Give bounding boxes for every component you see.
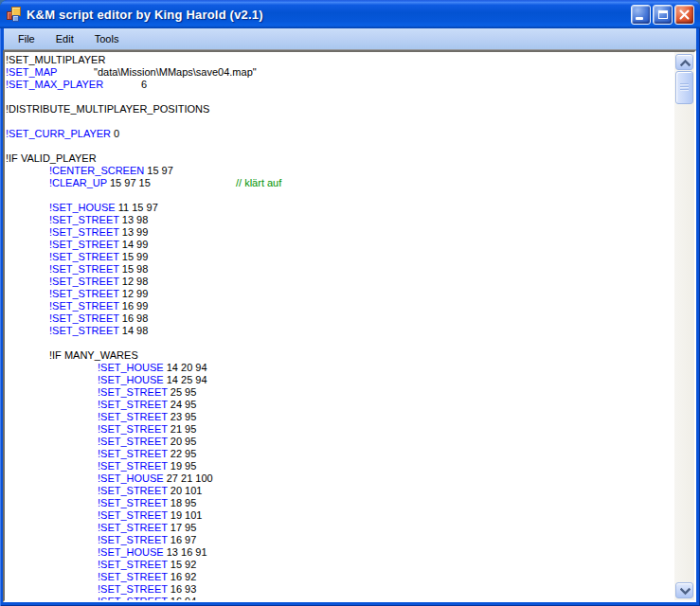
code-line: !SET_STREET 12 98 [5,276,674,288]
code-segment: 19 95 [168,460,197,472]
code-line [5,337,674,349]
code-line: !SET_STREET 18 95 [5,497,674,509]
code-segment: 27 21 100 [164,472,213,484]
code-line: !SET_STREET 16 93 [5,583,674,596]
code-segment: !SET_HOUSE [49,202,116,213]
code-segment: !SET_STREET [49,214,119,225]
code-segment: 16 98 [119,312,149,324]
code-segment: 15 97 15 [107,177,151,188]
code-line: !SET_STREET 13 98 [5,214,674,226]
code-line: !SET_STREET 19 95 [5,460,674,472]
title-bar[interactable]: K&M script editor by King Harold (v2.1) [0,0,700,28]
code-segment: 14 20 94 [164,362,207,373]
code-line: !SET_STREET 15 98 [5,263,674,276]
code-segment: 24 95 [168,399,197,410]
code-segment: !SET_MAX_PLAYER [6,79,103,90]
code-segment: !SET_CURR_PLAYER [6,128,111,139]
code-segment: 15 98 [119,263,149,275]
code-segment: !SET_HOUSE [98,374,164,385]
code-segment: "data\Mission\MMaps\save04.map" [94,66,257,79]
code-segment: 13 16 91 [164,546,207,558]
code-segment: 17 95 [168,522,197,533]
code-line: !SET_STREET 13 99 [5,226,674,239]
code-line: !SET_MULTIPLAYER [5,54,674,66]
close-icon [678,9,691,21]
code-line [5,189,674,202]
menu-edit[interactable]: Edit [45,28,84,49]
close-button[interactable] [674,5,694,25]
code-segment: 18 95 [168,497,197,508]
menu-tools[interactable]: Tools [84,28,130,49]
maximize-button[interactable] [653,5,673,25]
code-line: !SET_STREET 16 99 [5,300,674,312]
code-line [5,91,674,103]
code-segment: 15 92 [168,559,197,570]
code-segment: !SET_HOUSE [98,546,164,558]
code-segment: 20 95 [168,436,197,447]
code-segment: !SET_STREET [49,251,119,262]
code-segment: !SET_STREET [98,460,168,472]
window-controls [631,5,694,25]
code-line: !SET_STREET 21 95 [5,423,674,436]
code-segment: 16 92 [168,571,197,582]
code-segment: 6 [141,79,147,91]
code-line: !SET_STREET 15 92 [5,559,674,571]
code-segment: 13 99 [119,226,149,238]
code-area[interactable]: !SET_MULTIPLAYER!SET_MAP"data\Mission\MM… [5,52,674,600]
scroll-up-button[interactable] [675,54,693,70]
code-segment: !DISTRIBUTE_MULTIPLAYER_POSITIONS [6,103,209,115]
maximize-icon [658,10,668,19]
code-segment: !SET_STREET [98,583,168,595]
code-line: !SET_MAX_PLAYER6 [5,79,674,91]
app-form-icon [7,7,22,22]
app-window: K&M script editor by King Harold (v2.1) … [0,0,700,606]
code-segment: 16 99 [119,300,149,312]
code-segment: !SET_STREET [98,522,168,533]
code-segment: !SET_STREET [98,436,168,447]
code-segment: !SET_STREET [98,485,168,496]
code-line [5,116,674,128]
code-segment: !IF VALID_PLAYER [6,152,97,164]
code-line: !SET_STREET 23 95 [5,411,674,423]
code-segment: !SET_HOUSE [98,472,164,484]
code-segment: 12 99 [119,288,149,299]
code-line [5,140,674,152]
code-line: !DISTRIBUTE_MULTIPLAYER_POSITIONS [5,103,674,116]
code-segment: !SET_STREET [49,226,119,238]
code-line: !SET_STREET 16 98 [5,312,674,325]
code-segment: !IF MANY_WARES [49,349,138,361]
code-segment: 19 101 [168,509,203,521]
code-segment: !SET_STREET [49,300,119,312]
code-line: !SET_HOUSE 27 21 100 [5,472,674,485]
code-line: !SET_CURR_PLAYER 0 [5,128,674,140]
code-segment: !SET_STREET [49,288,119,299]
code-line: !SET_MAP"data\Mission\MMaps\save04.map" [5,66,674,79]
code-segment: !SET_MAP [6,66,57,78]
code-segment: !SET_STREET [98,386,168,398]
code-segment: 15 97 [144,165,173,176]
code-segment: !SET_STREET [49,239,119,250]
code-segment: !SET_STREET [98,423,168,435]
code-line: !CENTER_SCREEN 15 97 [5,165,674,177]
code-line: !IF VALID_PLAYER [5,152,674,165]
code-line: !SET_STREET 15 99 [5,251,674,263]
code-line: !SET_STREET 14 99 [5,239,674,251]
vertical-scrollbar[interactable] [674,52,694,600]
code-line: !SET_STREET 14 98 [5,325,674,337]
code-segment: 14 98 [119,325,149,336]
code-segment: 13 98 [119,214,149,225]
code-line: !SET_HOUSE 11 15 97 [5,202,674,214]
minimize-button[interactable] [631,5,651,25]
chevron-up-icon [680,59,691,67]
code-segment: !SET_STREET [49,325,119,336]
code-segment: !CLEAR_UP [49,177,107,188]
scrollbar-thumb[interactable] [675,71,693,104]
menu-file[interactable]: File [8,28,45,49]
code-line: !SET_HOUSE 14 25 94 [5,374,674,386]
scroll-down-button[interactable] [675,582,693,598]
script-editor: !SET_MULTIPLAYER!SET_MAP"data\Mission\MM… [3,50,696,602]
code-segment: 11 15 97 [116,202,158,213]
code-line: !SET_STREET 16 97 [5,534,674,546]
minimize-icon [636,17,643,20]
code-segment: !SET_STREET [98,596,168,600]
